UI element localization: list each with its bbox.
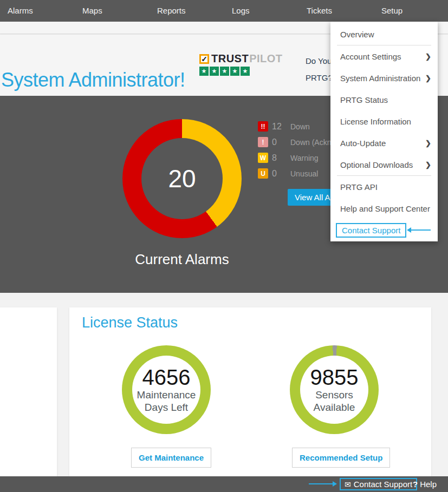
trustpilot-check-icon: ✓ — [199, 54, 209, 64]
nav-item-maps[interactable]: Maps — [75, 0, 150, 22]
sensors-label-line2: Available — [314, 402, 355, 413]
menu-item-optional-downloads[interactable]: Optional Downloads ❯ — [330, 154, 438, 175]
like-prtg-line2: PRTG? — [306, 74, 333, 82]
get-maintenance-button[interactable]: Get Maintenance — [131, 448, 211, 468]
license-status-card: License Status 4656 Maintenance Days Lef… — [69, 307, 431, 480]
down-count: 12 — [272, 122, 290, 132]
menu-item-account-settings[interactable]: Account Settings ❯ — [330, 45, 438, 67]
warning-badge-icon: W — [258, 153, 268, 163]
prtg-welcome-screen: Alarms Maps Reports Logs Tickets Setup S… — [0, 0, 448, 492]
menu-item-auto-update[interactable]: Auto-Update ❯ — [330, 132, 438, 154]
menu-item-label: License Information — [340, 117, 411, 126]
trustpilot-pilot-text: PILOT — [249, 53, 282, 65]
recommended-setup-button[interactable]: Recommended Setup — [292, 448, 390, 468]
warning-count: 8 — [272, 153, 290, 163]
down-label: Down — [290, 122, 310, 131]
maintenance-label-line2: Days Left — [145, 402, 188, 413]
trustpilot-star-icon: ★ — [241, 67, 250, 76]
menu-item-label: Auto-Update — [340, 139, 386, 148]
footer-contact-support-button[interactable]: ✉ Contact Support — [340, 478, 417, 490]
like-prtg-text: Do You PRTG? — [306, 57, 333, 82]
menu-item-prtg-status[interactable]: PRTG Status — [330, 89, 438, 110]
chevron-right-icon: ❯ — [425, 161, 431, 169]
menu-item-label: System Administration — [340, 74, 420, 83]
current-alarms-total: 20 — [168, 164, 196, 193]
current-alarms-donut-ring: 20 — [122, 119, 242, 238]
menu-item-prtg-api[interactable]: PRTG API — [330, 176, 438, 198]
left-partial-card — [0, 307, 57, 480]
trustpilot-star-icon: ★ — [230, 67, 239, 76]
annotation-arrow-right-icon — [309, 483, 333, 484]
maintenance-days-value: 4656 — [142, 366, 191, 388]
current-alarms-donut-hole: 20 — [141, 138, 223, 219]
trustpilot-stars: ★ ★ ★ ★ ★ — [199, 67, 283, 76]
warning-label: Warning — [290, 154, 319, 162]
contact-support-menu-link[interactable]: Contact Support — [336, 223, 406, 238]
footer-help-label: Help — [420, 480, 437, 489]
trustpilot-star-icon: ★ — [220, 67, 229, 76]
current-alarms-caption: Current Alarms — [109, 251, 255, 268]
maintenance-label-line1: Maintenance — [137, 389, 196, 401]
top-nav: Alarms Maps Reports Logs Tickets Setup — [0, 0, 448, 22]
maintenance-gauge-hole: 4656 Maintenance Days Left — [132, 356, 200, 424]
trustpilot-logo[interactable]: ✓ TRUST PILOT ★ ★ ★ ★ ★ — [199, 53, 283, 76]
menu-item-system-administration[interactable]: System Administration ❯ — [330, 67, 438, 89]
nav-item-alarms[interactable]: Alarms — [0, 0, 75, 22]
sensors-gauge: 9855 Sensors Available — [290, 345, 379, 434]
menu-item-label: Optional Downloads — [340, 160, 413, 169]
nav-item-setup[interactable]: Setup — [374, 0, 448, 22]
license-status-title: License Status — [82, 314, 178, 331]
sensors-available-value: 9855 — [310, 366, 359, 388]
unusual-count: 0 — [272, 169, 290, 179]
menu-item-label: PRTG Status — [340, 95, 388, 104]
sensors-gauge-hole: 9855 Sensors Available — [300, 356, 368, 424]
menu-item-label: Help and Support Center — [340, 204, 430, 213]
unusual-badge-icon: U — [258, 168, 268, 179]
nav-item-logs[interactable]: Logs — [224, 0, 299, 22]
unusual-label: Unusual — [290, 169, 318, 178]
trustpilot-trust-text: TRUST — [211, 53, 249, 65]
maintenance-gauge: 4656 Maintenance Days Left — [122, 345, 211, 434]
footer-help-button[interactable]: ? Help — [413, 476, 437, 492]
down-badge-icon: !! — [258, 121, 268, 132]
chevron-right-icon: ❯ — [425, 53, 431, 61]
footer-bar: ✉ Contact Support ? Help — [0, 476, 448, 492]
sensors-label-line1: Sensors — [315, 389, 353, 401]
trustpilot-star-icon: ★ — [199, 67, 209, 76]
annotation-arrow-left-icon — [411, 229, 431, 231]
menu-item-label: Overview — [340, 30, 374, 39]
menu-item-contact-support: Contact Support — [330, 219, 438, 241]
nav-item-tickets[interactable]: Tickets — [299, 0, 374, 22]
like-prtg-line1: Do You — [306, 57, 333, 65]
menu-item-label: Account Settings — [340, 52, 401, 61]
chevron-right-icon: ❯ — [425, 139, 431, 147]
menu-item-label: PRTG API — [340, 182, 378, 192]
down-ack-badge-icon: ! — [258, 137, 268, 147]
mail-icon: ✉ — [345, 481, 351, 488]
down-ack-count: 0 — [272, 137, 290, 147]
page-title: System Administrator! — [1, 69, 185, 91]
menu-item-overview[interactable]: Overview — [330, 23, 438, 45]
nav-item-reports[interactable]: Reports — [150, 0, 224, 22]
menu-item-license-information[interactable]: License Information — [330, 110, 438, 132]
menu-item-help-and-support-center[interactable]: Help and Support Center — [330, 198, 438, 219]
footer-contact-support-label: Contact Support — [354, 480, 412, 489]
setup-dropdown-menu: Overview Account Settings ❯ System Admin… — [330, 22, 438, 241]
question-mark-icon: ? — [413, 480, 418, 489]
chevron-right-icon: ❯ — [425, 74, 431, 82]
trustpilot-star-icon: ★ — [210, 67, 219, 76]
